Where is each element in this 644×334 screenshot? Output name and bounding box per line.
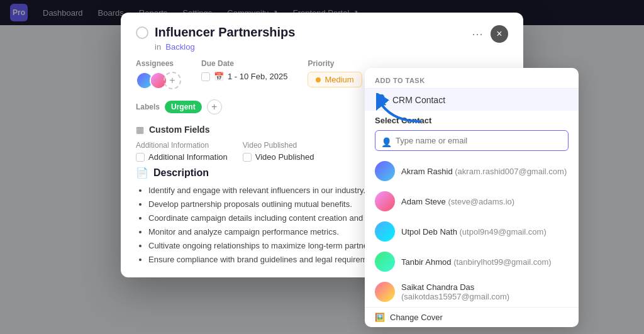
field1-text: Additional Information [148, 152, 228, 162]
contact-name: Utpol Deb Nath (utpol9n49@gmail.com) [401, 227, 547, 237]
avatar-image [375, 282, 395, 302]
priority-group: Priority Medium [308, 59, 362, 87]
labels-label: Labels [136, 103, 160, 111]
custom-fields-icon: ▦ [136, 125, 144, 135]
contact-item[interactable]: Adam Steve (steve@adams.io) [365, 186, 579, 216]
add-label-button[interactable]: + [207, 99, 222, 114]
description-icon: 📄 [136, 167, 148, 179]
field1-name: Additional Information [136, 141, 228, 150]
field1-col: Additional Information Additional Inform… [136, 141, 228, 162]
search-icon: 👤 [381, 137, 392, 147]
priority-badge[interactable]: Medium [308, 72, 362, 87]
avatar-image [375, 252, 395, 272]
task-location: in Backlog [155, 42, 295, 52]
priority-dot [316, 77, 321, 82]
contact-avatar [375, 252, 395, 272]
contact-avatar [375, 191, 395, 211]
contact-item[interactable]: Utpol Deb Nath (utpol9n49@gmail.com) [365, 216, 579, 247]
due-date-label: Due Date [201, 59, 287, 68]
crm-contact-dropdown: ADD TO TASK 👤 CRM Contact Select Contact… [365, 68, 579, 327]
contact-item[interactable]: Saikat Chandra Das (saikotdas15957@gmail… [365, 277, 579, 307]
label-urgent[interactable]: Urgent [165, 101, 202, 113]
assignees-row: + [136, 72, 181, 89]
more-options-button[interactable]: ⋯ [469, 27, 486, 41]
field2-value[interactable]: Video Published [243, 152, 314, 162]
task-title: Influencer Partnerships [155, 25, 295, 40]
add-to-task-label: ADD TO TASK [375, 77, 425, 84]
field2-text: Video Published [255, 152, 314, 162]
avatar-image [375, 221, 395, 242]
crm-contact-button[interactable]: 👤 CRM Contact [365, 89, 579, 111]
contact-name: Saikat Chandra Das (saikotdas15957@gmail… [401, 282, 569, 301]
contact-item[interactable]: Tanbir Ahmod (tanbirylhot99@gmail.com) [365, 247, 579, 277]
contact-avatar [375, 161, 395, 181]
date-text: 1 - 10 Feb, 2025 [228, 72, 287, 81]
location-prefix: in [155, 42, 161, 52]
priority-value: Medium [325, 75, 353, 84]
modal-header: Influencer Partnerships in Backlog ⋯ × [121, 13, 523, 59]
contact-name: Akram Rashid (akram.rashid007@gmail.com) [401, 167, 567, 176]
field2-col: Video Published Video Published [243, 141, 314, 162]
custom-fields-title: Custom Fields [149, 125, 209, 135]
contact-name: Tanbir Ahmod (tanbirylhot99@gmail.com) [401, 257, 552, 267]
crm-icon: 👤 [375, 94, 387, 106]
avatar-image [375, 161, 395, 181]
assignees-group: Assignees + [136, 59, 181, 89]
calendar-icon: 📅 [214, 72, 224, 81]
search-input-container: 👤 [365, 128, 579, 156]
close-modal-button[interactable]: × [491, 25, 508, 43]
field2-name: Video Published [243, 141, 314, 150]
location-link[interactable]: Backlog [165, 42, 194, 52]
crm-contact-label: CRM Contact [392, 95, 445, 105]
dropdown-header: ADD TO TASK [365, 68, 579, 89]
priority-label: Priority [308, 59, 362, 68]
contact-avatar [375, 282, 395, 302]
contact-search-input[interactable] [375, 130, 569, 151]
add-assignee-button[interactable]: + [164, 72, 181, 89]
contact-item[interactable]: Akram Rashid (akram.rashid007@gmail.com) [365, 156, 579, 186]
date-checkbox[interactable] [201, 72, 210, 81]
change-cover-icon: 🖼️ [375, 313, 385, 322]
modal-title-area: Influencer Partnerships in Backlog [136, 25, 295, 52]
assignees-label: Assignees [136, 59, 181, 68]
select-contact-label: Select Contact [365, 111, 579, 128]
description-title-row: 📄 Description [136, 167, 209, 179]
contact-list: Akram Rashid (akram.rashid007@gmail.com)… [365, 156, 579, 307]
change-cover-button[interactable]: 🖼️ Change Cover [365, 307, 579, 327]
contact-avatar [375, 221, 395, 242]
modal-title-row: Influencer Partnerships [136, 25, 295, 40]
field1-value[interactable]: Additional Information [136, 152, 228, 162]
task-status-circle[interactable] [136, 26, 148, 39]
avatar-image [375, 191, 395, 211]
description-title: Description [153, 167, 209, 179]
change-cover-label: Change Cover [390, 313, 443, 322]
due-date-group: Due Date 📅 1 - 10 Feb, 2025 [201, 59, 287, 81]
contact-name: Adam Steve (steve@adams.io) [401, 197, 514, 206]
field2-checkbox[interactable] [243, 153, 252, 162]
due-date-value[interactable]: 📅 1 - 10 Feb, 2025 [201, 72, 287, 81]
field1-checkbox[interactable] [136, 153, 145, 162]
